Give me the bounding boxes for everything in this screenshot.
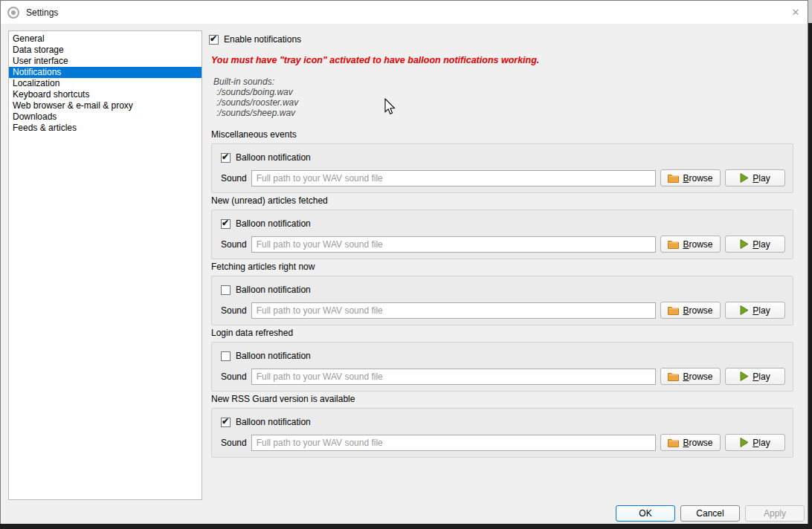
sound-path-input[interactable] bbox=[251, 302, 656, 319]
browse-button[interactable]: Browse bbox=[660, 302, 721, 319]
builtin-sound-path: :/sounds/boing.wav bbox=[213, 87, 298, 97]
window-title: Settings bbox=[26, 7, 58, 18]
balloon-notification-label: Balloon notification bbox=[236, 285, 311, 295]
balloon-notification-checkbox[interactable] bbox=[221, 153, 231, 163]
notification-section: New RSS Guard version is available Ballo… bbox=[211, 394, 793, 458]
enable-notifications-label: Enable notifications bbox=[224, 34, 301, 45]
browse-button-label: Browse bbox=[683, 239, 712, 250]
balloon-notification-checkbox[interactable] bbox=[221, 219, 231, 229]
sound-path-input[interactable] bbox=[251, 170, 656, 186]
notification-section: Miscellaneous events Balloon notificatio… bbox=[211, 129, 793, 193]
play-button[interactable]: Play bbox=[725, 236, 785, 253]
play-button[interactable]: Play bbox=[725, 434, 785, 451]
balloon-notification-checkbox[interactable] bbox=[221, 285, 231, 295]
play-icon bbox=[740, 438, 749, 447]
enable-notifications-row: Enable notifications bbox=[209, 33, 301, 45]
play-button-label: Play bbox=[753, 305, 770, 316]
title-bar: Settings ✕ bbox=[1, 1, 808, 24]
section-group-box: Balloon notification Sound Browse bbox=[211, 408, 793, 458]
sound-label: Sound bbox=[221, 305, 247, 316]
section-title: Miscellaneous events bbox=[211, 129, 793, 140]
sound-path-input[interactable] bbox=[251, 236, 656, 253]
sound-label: Sound bbox=[221, 173, 247, 184]
builtin-sound-path: :/sounds/rooster.wav bbox=[213, 97, 298, 108]
sidebar-item[interactable]: General bbox=[9, 33, 202, 45]
balloon-notification-checkbox[interactable] bbox=[221, 418, 231, 427]
section-group-box: Balloon notification Sound Browse bbox=[211, 210, 793, 259]
play-icon bbox=[740, 371, 749, 381]
sound-label: Sound bbox=[221, 438, 247, 448]
sidebar-item[interactable]: Web browser & e-mail & proxy bbox=[9, 100, 202, 111]
tray-icon-warning-text: You must have "tray icon" activated to h… bbox=[211, 55, 539, 65]
notifications-settings-panel: Enable notifications You must have "tray… bbox=[207, 30, 802, 500]
browse-button-label: Browse bbox=[683, 371, 712, 382]
notification-section: Login data refreshed Balloon notificatio… bbox=[211, 328, 793, 392]
play-button[interactable]: Play bbox=[725, 302, 785, 319]
play-button-label: Play bbox=[753, 239, 770, 250]
section-group-box: Balloon notification Sound Browse bbox=[211, 342, 793, 392]
folder-icon bbox=[668, 173, 679, 183]
play-icon bbox=[740, 239, 749, 249]
builtin-sound-path: :/sounds/sheep.wav bbox=[213, 108, 298, 118]
section-title: Login data refreshed bbox=[211, 328, 793, 338]
section-title: Fetching articles right now bbox=[211, 262, 793, 272]
sidebar-item[interactable]: Feeds & articles bbox=[9, 123, 202, 134]
enable-notifications-checkbox[interactable] bbox=[209, 35, 219, 45]
settings-category-list: GeneralData storageUser interfaceNotific… bbox=[8, 30, 202, 500]
section-group-box: Balloon notification Sound Browse bbox=[211, 143, 793, 193]
sidebar-item[interactable]: Localization bbox=[9, 78, 202, 89]
balloon-notification-label: Balloon notification bbox=[236, 417, 311, 427]
section-title: New RSS Guard version is available bbox=[211, 394, 793, 404]
settings-dialog: Settings ✕ GeneralData storageUser inter… bbox=[0, 0, 808, 524]
balloon-notification-checkbox[interactable] bbox=[221, 351, 231, 361]
settings-app-icon bbox=[7, 7, 19, 19]
play-button-label: Play bbox=[753, 173, 770, 184]
play-button[interactable]: Play bbox=[725, 368, 785, 385]
builtin-sounds-heading: Built-in sounds: bbox=[213, 77, 298, 87]
browse-button-label: Browse bbox=[683, 173, 712, 184]
sound-path-input[interactable] bbox=[251, 435, 656, 451]
browse-button[interactable]: Browse bbox=[660, 368, 721, 385]
sound-label: Sound bbox=[221, 239, 247, 250]
play-button[interactable]: Play bbox=[725, 169, 785, 186]
sidebar-item[interactable]: Notifications bbox=[9, 67, 202, 78]
notification-section: New (unread) articles fetched Balloon no… bbox=[211, 195, 793, 259]
balloon-notification-label: Balloon notification bbox=[236, 152, 311, 163]
play-button-label: Play bbox=[753, 438, 770, 448]
section-title: New (unread) articles fetched bbox=[211, 195, 793, 206]
sidebar-item[interactable]: User interface bbox=[9, 56, 202, 67]
apply-button[interactable]: Apply bbox=[745, 505, 805, 522]
sidebar-item[interactable]: Downloads bbox=[9, 111, 202, 123]
close-icon[interactable]: ✕ bbox=[789, 6, 802, 19]
sound-label: Sound bbox=[221, 371, 247, 382]
dialog-buttons: OK Cancel Apply bbox=[616, 505, 805, 522]
play-button-label: Play bbox=[753, 371, 770, 382]
ok-button[interactable]: OK bbox=[616, 505, 675, 522]
builtin-sounds-block: Built-in sounds: :/sounds/boing.wav:/sou… bbox=[213, 77, 298, 118]
sound-path-input[interactable] bbox=[251, 369, 656, 385]
balloon-notification-label: Balloon notification bbox=[236, 218, 311, 229]
play-icon bbox=[740, 305, 749, 315]
browse-button-label: Browse bbox=[683, 305, 712, 316]
browse-button[interactable]: Browse bbox=[660, 434, 721, 451]
folder-icon bbox=[668, 239, 679, 249]
play-icon bbox=[740, 173, 749, 183]
notification-section: Fetching articles right now Balloon noti… bbox=[211, 262, 793, 325]
browse-button[interactable]: Browse bbox=[660, 236, 721, 253]
balloon-notification-label: Balloon notification bbox=[236, 351, 311, 361]
window-frame-edge bbox=[808, 0, 812, 23]
notification-sections: Miscellaneous events Balloon notificatio… bbox=[211, 129, 793, 460]
browse-button-label: Browse bbox=[683, 438, 712, 448]
folder-icon bbox=[668, 438, 679, 447]
section-group-box: Balloon notification Sound Browse bbox=[211, 276, 793, 325]
sidebar-item[interactable]: Keyboard shortcuts bbox=[9, 89, 202, 100]
cancel-button[interactable]: Cancel bbox=[680, 505, 740, 522]
folder-icon bbox=[668, 305, 679, 315]
browse-button[interactable]: Browse bbox=[660, 169, 721, 186]
sidebar-item[interactable]: Data storage bbox=[9, 45, 202, 56]
folder-icon bbox=[668, 371, 679, 381]
